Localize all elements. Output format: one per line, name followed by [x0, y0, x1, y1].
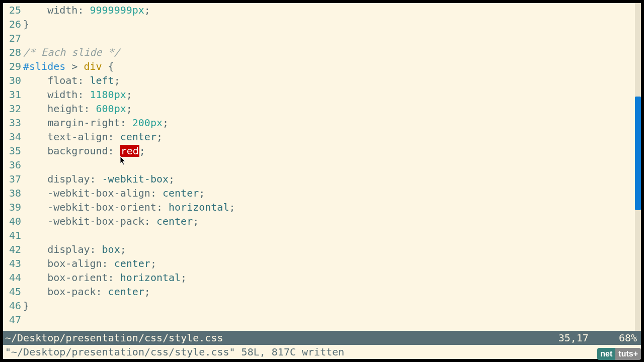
line-text[interactable]: text-align: center; — [23, 130, 641, 144]
line-text[interactable]: box-align: center; — [23, 256, 641, 270]
status-bar: ~/Desktop/presentation/css/style.css 35,… — [3, 331, 641, 345]
code-line[interactable]: 36 — [3, 158, 641, 172]
line-number: 41 — [3, 228, 23, 242]
line-number: 39 — [3, 200, 23, 214]
line-number: 35 — [3, 144, 23, 158]
line-number: 43 — [3, 256, 23, 270]
code-line[interactable]: 39 -webkit-box-orient: horizontal; — [3, 200, 641, 214]
scroll-thumb[interactable] — [635, 97, 641, 210]
code-line[interactable]: 44 box-orient: horizontal; — [3, 270, 641, 285]
line-number: 45 — [3, 285, 23, 299]
line-number: 25 — [3, 3, 23, 17]
code-line[interactable]: 33 margin-right: 200px; — [3, 116, 641, 130]
line-number: 27 — [3, 31, 23, 45]
line-text[interactable]: width: 1180px; — [23, 87, 641, 102]
code-line[interactable]: 46} — [3, 299, 641, 313]
line-number: 42 — [3, 242, 23, 256]
code-line[interactable]: 37 display: -webkit-box; — [3, 172, 641, 186]
line-number: 37 — [3, 172, 23, 186]
line-text[interactable]: /* Each slide */ — [23, 45, 641, 59]
code-line[interactable]: 41 — [3, 228, 641, 242]
line-text[interactable]: display: box; — [23, 242, 641, 256]
status-position: 35,17 — [558, 331, 589, 345]
line-text[interactable] — [23, 31, 641, 45]
code-line[interactable]: 34 text-align: center; — [3, 130, 641, 144]
line-text[interactable]: } — [23, 299, 641, 313]
watermark: net tuts+ — [597, 348, 641, 360]
line-number: 47 — [3, 313, 23, 327]
code-line[interactable]: 38 -webkit-box-align: center; — [3, 186, 641, 200]
code-line[interactable]: 32 height: 600px; — [3, 102, 641, 116]
line-text[interactable]: height: 600px; — [23, 102, 641, 116]
code-line[interactable]: 40 -webkit-box-pack: center; — [3, 214, 641, 228]
editor-window: 25 width: 9999999px;26}2728/* Each slide… — [3, 3, 641, 359]
line-number: 29 — [3, 59, 23, 73]
line-number: 34 — [3, 130, 23, 144]
line-text[interactable]: box-orient: horizontal; — [23, 270, 641, 285]
code-line[interactable]: 45 box-pack: center; — [3, 285, 641, 299]
code-line[interactable]: 43 box-align: center; — [3, 256, 641, 270]
line-text[interactable]: background: red; — [23, 144, 641, 158]
line-text[interactable]: #slides > div { — [23, 59, 641, 73]
line-text[interactable]: -webkit-box-orient: horizontal; — [23, 200, 641, 214]
line-number: 32 — [3, 102, 23, 116]
code-line[interactable]: 25 width: 9999999px; — [3, 3, 641, 17]
line-number: 33 — [3, 116, 23, 130]
code-line[interactable]: 29#slides > div { — [3, 59, 641, 73]
code-line[interactable]: 42 display: box; — [3, 242, 641, 256]
code-line[interactable]: 27 — [3, 31, 641, 45]
code-area[interactable]: 25 width: 9999999px;26}2728/* Each slide… — [3, 3, 641, 331]
watermark-net: net — [597, 348, 615, 360]
line-text[interactable]: display: -webkit-box; — [23, 172, 641, 186]
line-number: 46 — [3, 299, 23, 313]
line-text[interactable]: -webkit-box-align: center; — [23, 186, 641, 200]
line-number: 40 — [3, 214, 23, 228]
code-line[interactable]: 35 background: red; — [3, 144, 641, 158]
code-line[interactable]: 47 — [3, 313, 641, 327]
line-number: 26 — [3, 17, 23, 31]
code-line[interactable]: 28/* Each slide */ — [3, 45, 641, 59]
line-text[interactable]: box-pack: center; — [23, 285, 641, 299]
message-bar: "~/Desktop/presentation/css/style.css" 5… — [3, 345, 641, 359]
status-path: ~/Desktop/presentation/css/style.css — [5, 331, 223, 345]
scrollbar[interactable] — [635, 3, 641, 331]
line-text[interactable]: float: left; — [23, 73, 641, 87]
line-number: 44 — [3, 270, 23, 285]
code-line[interactable]: 31 width: 1180px; — [3, 87, 641, 102]
line-text[interactable] — [23, 158, 641, 172]
line-text[interactable]: width: 9999999px; — [23, 3, 641, 17]
line-text[interactable] — [23, 313, 641, 327]
line-number: 36 — [3, 158, 23, 172]
line-number: 30 — [3, 73, 23, 87]
line-text[interactable]: -webkit-box-pack: center; — [23, 214, 641, 228]
message-text: "~/Desktop/presentation/css/style.css" 5… — [5, 345, 344, 359]
line-number: 38 — [3, 186, 23, 200]
line-number: 31 — [3, 87, 23, 102]
line-text[interactable] — [23, 228, 641, 242]
status-percent: 68% — [619, 331, 637, 345]
line-text[interactable]: } — [23, 17, 641, 31]
watermark-tuts: tuts+ — [615, 348, 641, 360]
code-line[interactable]: 26} — [3, 17, 641, 31]
code-line[interactable]: 30 float: left; — [3, 73, 641, 87]
line-text[interactable]: margin-right: 200px; — [23, 116, 641, 130]
line-number: 28 — [3, 45, 23, 59]
